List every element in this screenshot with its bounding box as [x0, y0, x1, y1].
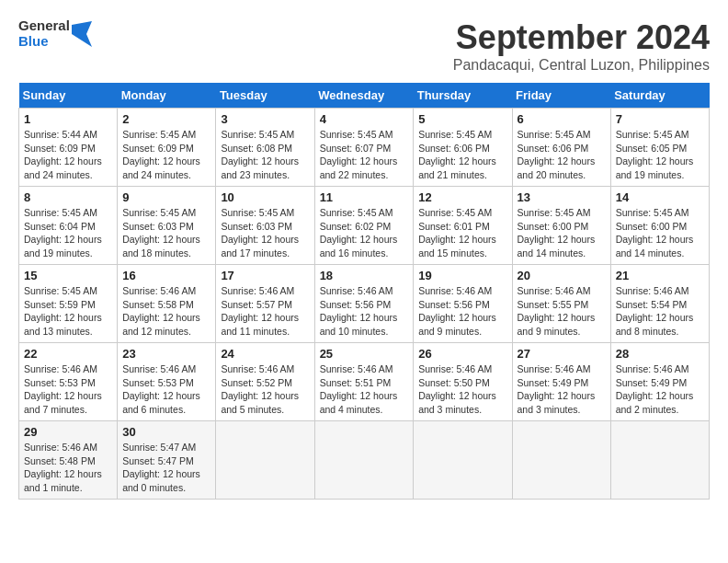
calendar-cell: 25 Sunrise: 5:46 AMSunset: 5:51 PMDaylig… — [314, 343, 414, 421]
week-row-1: 1 Sunrise: 5:44 AMSunset: 6:09 PMDayligh… — [19, 109, 710, 187]
day-number: 9 — [122, 190, 210, 204]
calendar-cell: 3 Sunrise: 5:45 AMSunset: 6:08 PMDayligh… — [216, 109, 314, 187]
day-number: 17 — [221, 269, 309, 282]
weekday-header-wednesday: Wednesday — [314, 83, 414, 109]
day-number: 13 — [518, 190, 606, 204]
calendar-cell — [314, 421, 414, 500]
day-number: 1 — [24, 112, 112, 126]
calendar-cell: 16 Sunrise: 5:46 AMSunset: 5:58 PMDaylig… — [118, 265, 216, 343]
day-info: Sunrise: 5:46 AMSunset: 5:58 PMDaylight:… — [122, 285, 200, 337]
calendar-cell: 10 Sunrise: 5:45 AMSunset: 6:03 PMDaylig… — [216, 187, 314, 265]
calendar-cell: 21 Sunrise: 5:46 AMSunset: 5:54 PMDaylig… — [610, 265, 709, 343]
calendar-cell: 23 Sunrise: 5:46 AMSunset: 5:53 PMDaylig… — [118, 343, 216, 421]
weekday-header-row: SundayMondayTuesdayWednesdayThursdayFrid… — [19, 83, 710, 109]
calendar-cell — [414, 421, 512, 500]
calendar-cell: 8 Sunrise: 5:45 AMSunset: 6:04 PMDayligh… — [19, 187, 118, 265]
calendar-cell: 1 Sunrise: 5:44 AMSunset: 6:09 PMDayligh… — [19, 109, 118, 187]
day-info: Sunrise: 5:45 AMSunset: 6:04 PMDaylight:… — [24, 207, 102, 259]
calendar-cell: 12 Sunrise: 5:45 AMSunset: 6:01 PMDaylig… — [414, 187, 512, 265]
day-number: 12 — [418, 190, 506, 204]
day-number: 25 — [320, 347, 409, 361]
day-info: Sunrise: 5:46 AMSunset: 5:50 PMDaylight:… — [418, 363, 496, 415]
day-number: 30 — [122, 425, 210, 439]
day-info: Sunrise: 5:45 AMSunset: 6:06 PMDaylight:… — [518, 129, 596, 180]
logo-text-general: General — [18, 18, 70, 34]
calendar-cell — [216, 421, 314, 500]
day-number: 19 — [418, 269, 506, 282]
calendar-cell: 6 Sunrise: 5:45 AMSunset: 6:06 PMDayligh… — [512, 109, 610, 187]
day-number: 20 — [518, 269, 606, 282]
title-section: September 2024 Pandacaqui, Central Luzon… — [453, 18, 710, 74]
day-number: 15 — [24, 269, 112, 282]
day-info: Sunrise: 5:46 AMSunset: 5:53 PMDaylight:… — [122, 363, 200, 415]
calendar-cell: 20 Sunrise: 5:46 AMSunset: 5:55 PMDaylig… — [512, 265, 610, 343]
calendar-cell — [512, 421, 610, 500]
day-info: Sunrise: 5:45 AMSunset: 6:00 PMDaylight:… — [616, 207, 694, 259]
day-info: Sunrise: 5:45 AMSunset: 6:02 PMDaylight:… — [320, 207, 398, 259]
calendar-cell: 11 Sunrise: 5:45 AMSunset: 6:02 PMDaylig… — [314, 187, 414, 265]
calendar-cell: 17 Sunrise: 5:46 AMSunset: 5:57 PMDaylig… — [216, 265, 314, 343]
day-info: Sunrise: 5:47 AMSunset: 5:47 PMDaylight:… — [122, 442, 200, 493]
svg-marker-0 — [72, 21, 92, 47]
day-info: Sunrise: 5:44 AMSunset: 6:09 PMDaylight:… — [24, 129, 102, 180]
calendar-cell — [610, 421, 709, 500]
day-info: Sunrise: 5:46 AMSunset: 5:52 PMDaylight:… — [221, 363, 299, 415]
calendar-cell: 15 Sunrise: 5:45 AMSunset: 5:59 PMDaylig… — [19, 265, 118, 343]
calendar-cell: 9 Sunrise: 5:45 AMSunset: 6:03 PMDayligh… — [118, 187, 216, 265]
weekday-header-monday: Monday — [118, 83, 216, 109]
day-number: 23 — [122, 347, 210, 361]
weekday-header-friday: Friday — [512, 83, 610, 109]
weekday-header-tuesday: Tuesday — [216, 83, 314, 109]
day-number: 3 — [221, 112, 309, 126]
day-number: 7 — [616, 112, 704, 126]
calendar-cell: 14 Sunrise: 5:45 AMSunset: 6:00 PMDaylig… — [610, 187, 709, 265]
day-info: Sunrise: 5:46 AMSunset: 5:56 PMDaylight:… — [320, 285, 398, 337]
calendar-cell: 5 Sunrise: 5:45 AMSunset: 6:06 PMDayligh… — [414, 109, 512, 187]
calendar-cell: 2 Sunrise: 5:45 AMSunset: 6:09 PMDayligh… — [118, 109, 216, 187]
day-number: 8 — [24, 190, 112, 204]
weekday-header-thursday: Thursday — [414, 83, 512, 109]
day-number: 18 — [320, 269, 409, 282]
calendar-cell: 26 Sunrise: 5:46 AMSunset: 5:50 PMDaylig… — [414, 343, 512, 421]
day-info: Sunrise: 5:46 AMSunset: 5:54 PMDaylight:… — [616, 285, 694, 337]
day-info: Sunrise: 5:45 AMSunset: 6:06 PMDaylight:… — [418, 129, 496, 180]
day-number: 29 — [24, 425, 112, 439]
day-info: Sunrise: 5:45 AMSunset: 6:08 PMDaylight:… — [221, 129, 299, 180]
day-info: Sunrise: 5:46 AMSunset: 5:49 PMDaylight:… — [518, 363, 596, 415]
day-number: 4 — [320, 112, 409, 126]
day-info: Sunrise: 5:45 AMSunset: 6:07 PMDaylight:… — [320, 129, 398, 180]
day-number: 22 — [24, 347, 112, 361]
day-number: 21 — [616, 269, 704, 282]
calendar-cell: 13 Sunrise: 5:45 AMSunset: 6:00 PMDaylig… — [512, 187, 610, 265]
calendar-cell: 29 Sunrise: 5:46 AMSunset: 5:48 PMDaylig… — [19, 421, 118, 500]
day-number: 28 — [616, 347, 704, 361]
calendar-cell: 18 Sunrise: 5:46 AMSunset: 5:56 PMDaylig… — [314, 265, 414, 343]
day-number: 16 — [122, 269, 210, 282]
day-number: 27 — [518, 347, 606, 361]
week-row-5: 29 Sunrise: 5:46 AMSunset: 5:48 PMDaylig… — [19, 421, 710, 500]
day-info: Sunrise: 5:46 AMSunset: 5:55 PMDaylight:… — [518, 285, 596, 337]
day-info: Sunrise: 5:45 AMSunset: 6:00 PMDaylight:… — [518, 207, 596, 259]
calendar-table: SundayMondayTuesdayWednesdayThursdayFrid… — [18, 83, 710, 500]
month-title: September 2024 — [453, 18, 710, 57]
page-header: General Blue September 2024 Pandacaqui, … — [18, 18, 710, 74]
calendar-cell: 7 Sunrise: 5:45 AMSunset: 6:05 PMDayligh… — [610, 109, 709, 187]
calendar-cell: 27 Sunrise: 5:46 AMSunset: 5:49 PMDaylig… — [512, 343, 610, 421]
calendar-cell: 24 Sunrise: 5:46 AMSunset: 5:52 PMDaylig… — [216, 343, 314, 421]
logo-bird-icon — [72, 21, 92, 47]
week-row-3: 15 Sunrise: 5:45 AMSunset: 5:59 PMDaylig… — [19, 265, 710, 343]
day-info: Sunrise: 5:46 AMSunset: 5:48 PMDaylight:… — [24, 442, 102, 493]
day-info: Sunrise: 5:46 AMSunset: 5:53 PMDaylight:… — [24, 363, 102, 415]
logo: General Blue — [18, 18, 92, 49]
day-number: 5 — [418, 112, 506, 126]
day-number: 11 — [320, 190, 409, 204]
logo-image: General Blue — [18, 18, 92, 49]
week-row-2: 8 Sunrise: 5:45 AMSunset: 6:04 PMDayligh… — [19, 187, 710, 265]
day-number: 6 — [518, 112, 606, 126]
weekday-header-saturday: Saturday — [610, 83, 709, 109]
logo-text-blue: Blue — [18, 34, 70, 50]
calendar-cell: 19 Sunrise: 5:46 AMSunset: 5:56 PMDaylig… — [414, 265, 512, 343]
day-number: 2 — [122, 112, 210, 126]
day-info: Sunrise: 5:45 AMSunset: 6:09 PMDaylight:… — [122, 129, 200, 180]
day-info: Sunrise: 5:45 AMSunset: 6:03 PMDaylight:… — [122, 207, 200, 259]
